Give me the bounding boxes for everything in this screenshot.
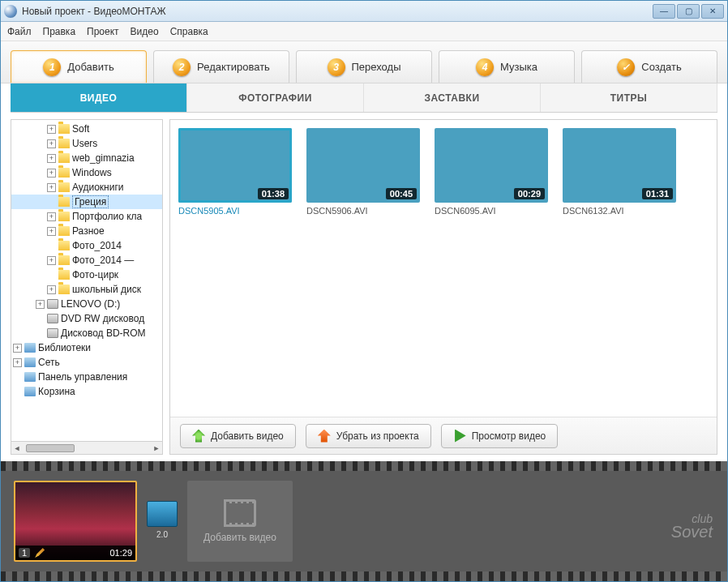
step-tab-1[interactable]: 1Добавить — [11, 50, 147, 83]
tree-expand-icon[interactable]: + — [36, 300, 45, 309]
step-number-icon: 4 — [476, 58, 494, 76]
video-thumbnail[interactable]: 00:45DSCN5906.AVI — [306, 128, 420, 409]
tree-item[interactable]: +Windows — [11, 165, 162, 180]
tree-item[interactable]: Фото-цирк — [11, 267, 162, 282]
close-button[interactable]: ✕ — [701, 4, 724, 19]
folder-icon — [58, 241, 70, 250]
tree-item[interactable]: +web_gimnazia — [11, 151, 162, 165]
thumbnail-duration: 01:31 — [642, 188, 673, 199]
tree-label: школьный диск — [72, 284, 141, 295]
minimize-button[interactable]: — — [653, 4, 675, 19]
tree-item[interactable]: DVD RW дисковод — [11, 311, 162, 326]
tree-scrollbar[interactable]: ◄ ► — [11, 441, 162, 454]
subtab-video[interactable]: ВИДЕО — [11, 83, 187, 112]
step-tab-2[interactable]: 2Редактировать — [153, 50, 289, 83]
video-thumbnails: 01:38DSCN5905.AVI00:45DSCN5906.AVI00:29D… — [170, 120, 717, 417]
tree-item[interactable]: Панель управления — [11, 370, 162, 384]
step-tab-3[interactable]: 3Переходы — [296, 50, 432, 83]
tree-expand-icon[interactable]: + — [47, 154, 56, 163]
tree-label: DVD RW дисковод — [61, 313, 144, 324]
tree-expand-icon[interactable]: + — [47, 212, 56, 221]
tree-label: Корзина — [38, 386, 75, 397]
transition-chip[interactable]: 2.0 — [147, 501, 178, 541]
folder-icon — [58, 226, 70, 236]
video-thumbnail[interactable]: 00:29DSCN6095.AVI — [435, 128, 548, 409]
tree-label: Фото_2014 — — [72, 255, 134, 266]
video-thumbnail[interactable]: 01:38DSCN5905.AVI — [178, 128, 292, 409]
tree-item[interactable]: Корзина — [11, 384, 162, 399]
tree-item[interactable]: +Soft — [11, 122, 162, 136]
subtab-titles[interactable]: ТИТРЫ — [541, 83, 717, 112]
tree-expand-icon[interactable]: + — [13, 344, 22, 353]
tree-expand-icon[interactable]: + — [47, 183, 56, 192]
tree-item[interactable]: +Библиотеки — [11, 340, 162, 355]
step-label: Редактировать — [197, 61, 270, 73]
scroll-right-icon[interactable]: ► — [151, 443, 162, 454]
tree-expand-icon[interactable]: + — [47, 256, 56, 265]
menubar: Файл Правка Проект Видео Справка — [1, 22, 727, 41]
tree-item[interactable]: +LENOVO (D:) — [11, 297, 162, 311]
tree-expand-icon[interactable]: + — [13, 358, 22, 367]
window-title: Новый проект - ВидеоМОНТАЖ — [22, 6, 651, 17]
video-thumbnail[interactable]: 01:31DSCN6132.AVI — [563, 128, 676, 409]
thumbnail-filename: DSCN6095.AVI — [435, 206, 548, 216]
menu-help[interactable]: Справка — [170, 26, 208, 37]
tree-item[interactable]: +Фото_2014 — — [11, 253, 162, 267]
tree-label: Users — [72, 138, 97, 149]
tree-item[interactable]: Дисковод BD-ROM — [11, 326, 162, 340]
tree-item[interactable]: +школьный диск — [11, 282, 162, 297]
tree-expand-icon[interactable]: + — [47, 285, 56, 294]
tree-item[interactable]: Фото_2014 — [11, 238, 162, 253]
film-strip-bottom — [1, 571, 727, 581]
maximize-button[interactable]: ▢ — [677, 4, 700, 19]
remove-from-project-button[interactable]: Убрать из проекта — [306, 424, 431, 448]
tree-item[interactable]: +Аудиокниги — [11, 180, 162, 195]
tree-item[interactable]: +Сеть — [11, 355, 162, 370]
menu-edit[interactable]: Правка — [43, 26, 76, 37]
preview-video-button[interactable]: Просмотр видео — [441, 424, 559, 448]
scroll-left-icon[interactable]: ◄ — [11, 443, 23, 454]
folder-icon — [58, 153, 70, 163]
step-tab-5[interactable]: ✓Создать — [581, 50, 717, 83]
folder-icon — [58, 270, 70, 280]
tree-item[interactable]: +Портфолио кла — [11, 209, 162, 224]
edit-clip-icon[interactable] — [35, 548, 45, 558]
menu-project[interactable]: Проект — [87, 26, 119, 37]
drive-icon — [47, 328, 58, 338]
drive-icon — [47, 314, 58, 323]
add-video-button[interactable]: Добавить видео — [180, 424, 296, 448]
subtab-photos[interactable]: ФОТОГРАФИИ — [187, 83, 364, 112]
tree-expand-icon[interactable]: + — [47, 125, 56, 134]
add-icon — [192, 430, 205, 443]
tree-label: Фото-цирк — [72, 269, 118, 280]
thumbnail-duration: 00:29 — [514, 188, 545, 199]
tree-label: Разное — [72, 225, 105, 237]
step-number-icon: ✓ — [617, 58, 635, 76]
tree-item[interactable]: +Разное — [11, 224, 162, 238]
tree-label: Греция — [72, 195, 109, 208]
tree-expand-icon[interactable]: + — [47, 139, 56, 148]
menu-video[interactable]: Видео — [131, 26, 159, 37]
menu-file[interactable]: Файл — [7, 26, 32, 37]
tree-label: Сеть — [38, 357, 60, 368]
step-tab-4[interactable]: 4Музыка — [439, 50, 575, 83]
thumbnail-duration: 00:45 — [386, 188, 417, 199]
tree-label: Библиотеки — [38, 342, 91, 353]
tree-label: Аудиокниги — [72, 182, 124, 193]
subtab-splash[interactable]: ЗАСТАВКИ — [364, 83, 541, 112]
tree-item[interactable]: Греция — [11, 195, 162, 209]
timeline-clip[interactable]: 1 01:29 — [14, 481, 137, 562]
folder-icon — [58, 212, 70, 221]
thumbnail-image: 00:45 — [306, 128, 420, 203]
lib-icon — [24, 372, 36, 382]
folder-tree: +Soft+Users+web_gimnazia+Windows+Аудиокн… — [11, 119, 163, 455]
tree-item[interactable]: +Users — [11, 136, 162, 151]
scroll-thumb[interactable] — [26, 444, 75, 452]
tree-expand-icon[interactable]: + — [47, 227, 56, 236]
clip-index: 1 — [19, 548, 30, 558]
tree-expand-icon[interactable]: + — [47, 169, 56, 178]
timeline-add-slot[interactable]: Добавить видео — [187, 481, 293, 562]
step-number-icon: 3 — [328, 58, 345, 76]
lib-icon — [24, 357, 36, 367]
folder-icon — [58, 124, 70, 134]
